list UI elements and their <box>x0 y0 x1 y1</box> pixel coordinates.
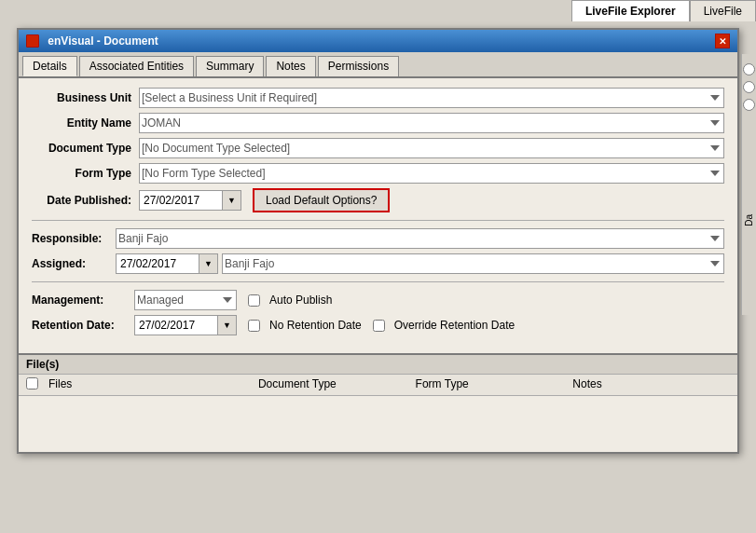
assigned-date-input[interactable] <box>116 253 199 274</box>
no-retention-date-label: No Retention Date <box>269 319 362 332</box>
separator-1 <box>32 220 724 221</box>
override-retention-label: Override Retention Date <box>394 319 515 332</box>
tab-summary[interactable]: Summary <box>196 56 264 76</box>
tab-associated-entities[interactable]: Associated Entities <box>79 56 194 76</box>
dialog-title-area: enVisual - Document <box>26 34 158 48</box>
document-type-label: Document Type <box>32 142 139 155</box>
assigned-person-select[interactable]: Banji Fajo <box>222 253 724 274</box>
files-section: File(s) Files Document Type Form Type No… <box>19 353 737 452</box>
retention-date-row: Retention Date: ▼ No Retention Date Over… <box>32 315 724 335</box>
override-retention-row: Override Retention Date <box>373 319 515 332</box>
load-default-btn[interactable]: Load Default Options? <box>253 188 390 212</box>
date-published-dropdown-btn[interactable]: ▼ <box>223 190 241 211</box>
entity-name-label: Entity Name <box>32 116 139 130</box>
form-type-select[interactable]: [No Form Type Selected] <box>139 163 724 184</box>
form-type-row: Form Type [No Form Type Selected] <box>32 163 724 184</box>
col-check-header <box>26 377 48 392</box>
dialog-icon <box>26 34 39 48</box>
select-all-files-checkbox[interactable] <box>26 377 38 390</box>
da-label: Da <box>744 214 754 226</box>
no-retention-date-checkbox[interactable] <box>248 320 260 332</box>
livefile-btn2[interactable]: LiveFile <box>690 0 756 21</box>
assigned-label: Assigned: <box>32 257 116 270</box>
business-unit-select[interactable]: [Select a Business Unit if Required] <box>139 88 724 108</box>
retention-date-dropdown-btn[interactable]: ▼ <box>218 315 237 335</box>
tab-bar: Details Associated Entities Summary Note… <box>19 52 737 78</box>
date-published-row: Date Published: ▼ Load Default Options? <box>32 188 724 212</box>
assigned-date-field: ▼ <box>116 253 218 274</box>
tab-notes[interactable]: Notes <box>266 56 315 76</box>
date-published-input[interactable] <box>139 190 223 211</box>
separator-2 <box>32 281 724 282</box>
management-row: Management: Managed Auto Publish <box>32 290 724 310</box>
assigned-row: Assigned: ▼ Banji Fajo <box>32 253 724 274</box>
override-retention-checkbox[interactable] <box>373 320 385 332</box>
dialog-window: enVisual - Document ✕ Details Associated… <box>17 28 739 454</box>
right-radio-p[interactable] <box>743 63 755 75</box>
right-panel-radios <box>743 63 755 111</box>
col-doctype-header: Document Type <box>258 377 416 392</box>
auto-publish-checkbox[interactable] <box>248 294 260 307</box>
retention-date-field: ▼ <box>134 315 237 335</box>
dialog-titlebar: enVisual - Document ✕ <box>19 30 737 52</box>
date-published-field: ▼ <box>139 190 241 211</box>
retention-date-input[interactable] <box>134 315 218 335</box>
business-unit-label: Business Unit <box>32 91 139 104</box>
form-type-label: Form Type <box>32 167 139 180</box>
files-body <box>19 396 737 452</box>
retention-date-label: Retention Date: <box>32 319 134 332</box>
date-published-label: Date Published: <box>32 194 139 207</box>
responsible-select[interactable]: Banji Fajo <box>116 228 724 249</box>
livefile-explorer-btn[interactable]: LiveFile Explorer <box>571 0 690 21</box>
document-type-select[interactable]: [No Document Type Selected] <box>139 138 724 158</box>
auto-publish-label: Auto Publish <box>269 294 332 307</box>
dialog-close-btn[interactable]: ✕ <box>715 34 730 48</box>
business-unit-row: Business Unit [Select a Business Unit if… <box>32 88 724 108</box>
dialog-title: enVisual - Document <box>48 34 158 48</box>
auto-publish-row: Auto Publish <box>248 294 332 307</box>
dialog-content: Business Unit [Select a Business Unit if… <box>19 78 737 349</box>
col-formtype-header: Form Type <box>416 377 573 392</box>
right-panel <box>741 54 756 315</box>
entity-name-select[interactable]: JOMAN <box>139 113 724 133</box>
files-table-header: Files Document Type Form Type Notes <box>19 375 737 396</box>
document-type-row: Document Type [No Document Type Selected… <box>32 138 724 158</box>
no-retention-date-row: No Retention Date <box>248 319 362 332</box>
col-notes-header: Notes <box>572 377 730 392</box>
responsible-label: Responsible: <box>32 232 116 245</box>
entity-name-row: Entity Name JOMAN <box>32 113 724 133</box>
files-section-header: File(s) <box>19 355 737 375</box>
tab-details[interactable]: Details <box>22 56 77 76</box>
top-bar: LiveFile Explorer LiveFile <box>571 0 756 21</box>
assigned-date-dropdown-btn[interactable]: ▼ <box>199 253 218 274</box>
right-radio-b[interactable] <box>743 99 755 111</box>
responsible-row: Responsible: Banji Fajo <box>32 228 724 249</box>
right-radio-ir[interactable] <box>743 81 755 93</box>
col-files-header: Files <box>48 377 258 392</box>
tab-permissions[interactable]: Permissions <box>318 56 399 76</box>
management-label: Management: <box>32 294 134 307</box>
management-select[interactable]: Managed <box>134 290 237 310</box>
